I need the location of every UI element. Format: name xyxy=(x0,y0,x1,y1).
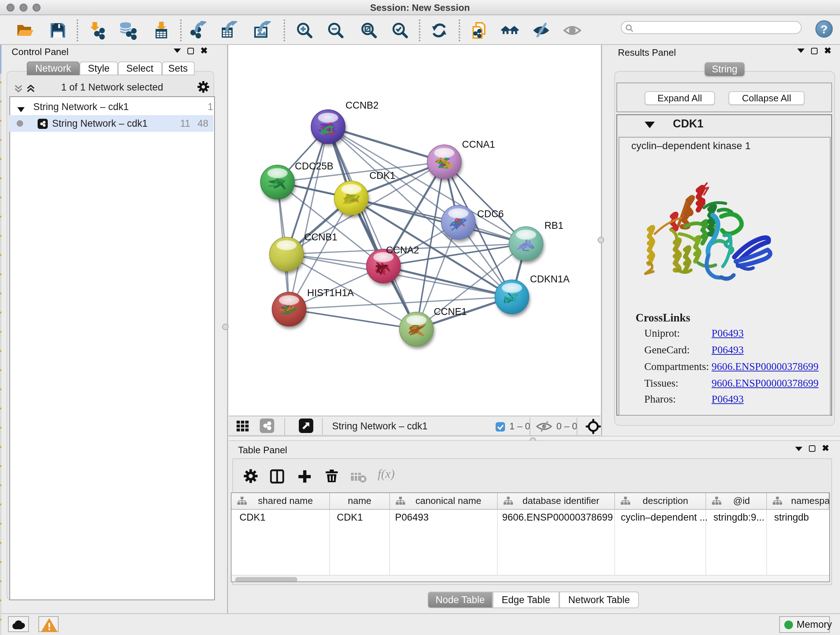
svg-text:CCNA2: CCNA2 xyxy=(386,245,419,256)
svg-text:CDC25B: CDC25B xyxy=(295,161,333,172)
svg-text:CDKN1A: CDKN1A xyxy=(530,274,570,285)
svg-text:CCNA1: CCNA1 xyxy=(462,139,495,150)
svg-text:HIST1H1A: HIST1H1A xyxy=(307,287,354,298)
svg-text:CCNE1: CCNE1 xyxy=(434,306,467,317)
svg-text:RB1: RB1 xyxy=(545,220,564,231)
svg-text:CDC6: CDC6 xyxy=(477,209,504,219)
svg-text:CCNB2: CCNB2 xyxy=(346,100,379,111)
svg-text:CCNB1: CCNB1 xyxy=(304,232,338,242)
svg-text:CDK1: CDK1 xyxy=(369,170,395,181)
